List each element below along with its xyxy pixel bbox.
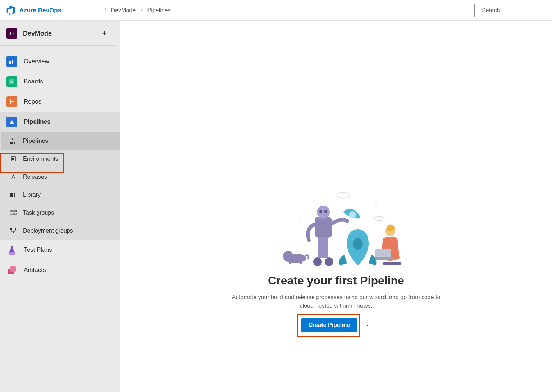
subnav-item-pipelines[interactable]: Pipelines <box>1 132 120 150</box>
sidebar-item-repos[interactable]: Repos <box>0 92 120 112</box>
svg-point-28 <box>374 216 384 221</box>
breadcrumb-item-section[interactable]: Pipelines <box>147 7 171 14</box>
more-options-button[interactable]: ⋮ <box>364 322 371 329</box>
sidebar-item-label: Repos <box>24 98 41 105</box>
svg-point-37 <box>324 210 327 213</box>
sidebar-item-test-plans[interactable]: Test Plans <box>0 240 120 260</box>
deployment-groups-icon <box>9 227 17 235</box>
svg-point-27 <box>337 192 350 198</box>
svg-rect-34 <box>315 217 332 238</box>
sidebar-item-artifacts[interactable]: Artifacts <box>0 260 120 280</box>
subnav-label: Library <box>23 192 41 198</box>
environments-icon <box>9 155 17 163</box>
svg-rect-11 <box>12 142 13 144</box>
search-input[interactable] <box>482 7 552 14</box>
releases-icon <box>9 173 17 181</box>
subnav-label: Pipelines <box>23 138 48 144</box>
pipelines-subnav: Pipelines Environments Releases Library <box>0 132 120 240</box>
breadcrumb-sep: / <box>141 7 142 14</box>
subnav-label: Task groups <box>23 210 54 216</box>
svg-point-41 <box>349 211 356 219</box>
boards-icon <box>6 76 17 87</box>
repos-icon <box>6 96 17 107</box>
task-groups-icon <box>9 209 17 217</box>
subnav-item-deployment-groups[interactable]: Deployment groups <box>1 222 120 240</box>
empty-state-actions: Create Pipeline ⋮ <box>301 318 371 332</box>
sidebar-item-label: Pipelines <box>24 118 51 126</box>
library-icon <box>9 191 17 199</box>
svg-rect-33 <box>300 260 302 264</box>
svg-rect-5 <box>9 79 14 84</box>
svg-rect-40 <box>318 237 328 258</box>
pipeline-illustration <box>268 190 405 269</box>
svg-rect-45 <box>375 257 394 260</box>
product-name: Azure DevOps <box>19 7 61 14</box>
svg-rect-9 <box>11 123 13 124</box>
pipelines-sub-icon <box>9 137 17 145</box>
sidebar-item-overview[interactable]: Overview <box>0 51 120 72</box>
svg-point-38 <box>313 257 322 266</box>
test-plans-icon <box>6 245 17 255</box>
svg-rect-20 <box>10 213 14 214</box>
subnav-label: Releases <box>23 174 47 180</box>
sidebar-item-label: Artifacts <box>24 266 46 274</box>
add-project-button[interactable]: + <box>101 29 108 38</box>
svg-rect-21 <box>14 213 17 214</box>
project-avatar: D <box>6 28 17 39</box>
subnav-label: Deployment groups <box>23 228 73 234</box>
sidebar-item-label: Test Plans <box>24 246 52 254</box>
svg-point-15 <box>13 175 14 176</box>
svg-point-7 <box>10 103 11 104</box>
sidebar-item-boards[interactable]: Boards <box>0 72 120 92</box>
product-logo[interactable]: Azure DevOps <box>6 5 61 15</box>
subnav-item-library[interactable]: Library <box>1 186 120 204</box>
subnav-item-task-groups[interactable]: Task groups <box>1 204 120 222</box>
svg-rect-23 <box>15 228 16 230</box>
subnav-label: Environments <box>23 156 58 162</box>
svg-rect-17 <box>12 193 13 197</box>
svg-rect-24 <box>13 232 14 233</box>
svg-rect-18 <box>14 193 16 197</box>
empty-state-title: Create your first Pipeline <box>268 274 404 287</box>
svg-rect-16 <box>10 193 12 197</box>
sidebar-item-pipelines[interactable]: Pipelines <box>0 112 120 132</box>
svg-rect-32 <box>289 260 291 264</box>
svg-point-35 <box>317 206 330 219</box>
svg-rect-2 <box>9 61 11 64</box>
svg-rect-4 <box>14 62 14 64</box>
empty-state-subtitle: Automate your build and release processe… <box>225 293 448 310</box>
sidebar-item-label: Overview <box>24 58 49 65</box>
sidebar-item-label: Boards <box>24 78 43 85</box>
subnav-item-releases[interactable]: Releases <box>1 168 120 186</box>
svg-rect-14 <box>12 158 14 160</box>
breadcrumb-item-project[interactable]: DevMode <box>111 7 136 14</box>
project-switcher[interactable]: D DevMode + <box>0 25 115 46</box>
breadcrumb: / DevMode / Pipelines <box>104 7 170 14</box>
search-box[interactable] <box>474 4 546 17</box>
svg-rect-46 <box>383 262 401 265</box>
svg-point-8 <box>13 101 14 102</box>
svg-rect-19 <box>10 210 17 212</box>
svg-point-29 <box>300 222 301 223</box>
svg-point-42 <box>353 238 363 250</box>
breadcrumb-sep: / <box>104 7 106 14</box>
svg-point-30 <box>375 202 377 203</box>
subnav-item-environments[interactable]: Environments <box>1 150 120 168</box>
overview-icon <box>6 56 17 67</box>
svg-rect-26 <box>10 266 16 272</box>
main-content: Create your first Pipeline Automate your… <box>120 21 552 392</box>
header: Azure DevOps / DevMode / Pipelines <box>0 0 552 21</box>
artifacts-icon <box>6 265 17 275</box>
azure-devops-icon <box>6 5 16 15</box>
svg-point-36 <box>319 210 322 213</box>
project-name: DevMode <box>23 30 101 37</box>
svg-rect-3 <box>12 60 13 64</box>
sidebar: D DevMode + Overview Boards Repos <box>0 21 120 392</box>
svg-rect-12 <box>14 142 15 144</box>
svg-rect-22 <box>10 228 12 230</box>
empty-state: Create your first Pipeline Automate your… <box>210 190 462 332</box>
create-pipeline-button[interactable]: Create Pipeline <box>301 318 357 332</box>
svg-point-6 <box>10 99 11 101</box>
pipelines-icon <box>6 117 17 127</box>
svg-rect-10 <box>10 142 12 144</box>
